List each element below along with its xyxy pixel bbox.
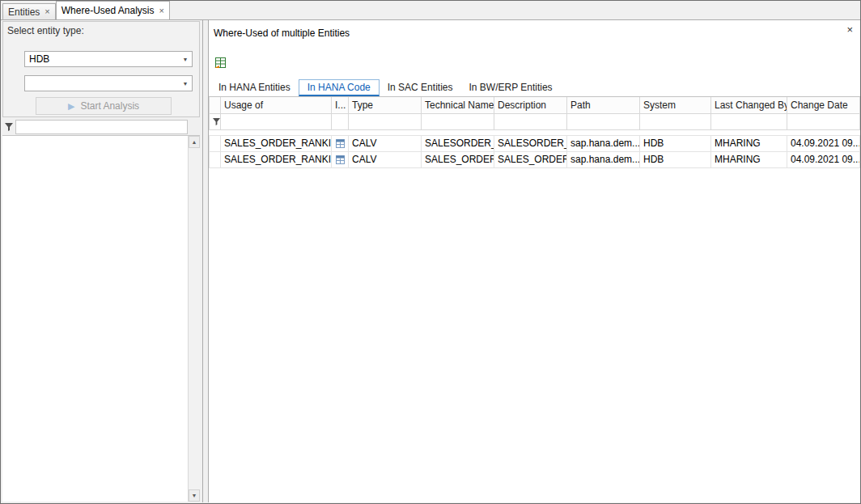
filter-cell-path[interactable] xyxy=(567,113,640,129)
cell-type[interactable]: CALV xyxy=(349,151,422,167)
entity-type-combo[interactable]: HDB ▼ xyxy=(24,51,193,67)
filter-row-indicator xyxy=(210,113,221,129)
group-title: Select entity type: xyxy=(7,25,84,36)
row-indicator-header xyxy=(210,97,221,113)
entity-type-value: HDB xyxy=(29,53,179,65)
scroll-down-icon[interactable]: ▼ xyxy=(189,489,200,502)
cell-icon xyxy=(332,135,349,151)
tab-where-used-analysis-label: Where-Used Analysis xyxy=(62,5,155,16)
row-indicator xyxy=(210,135,221,151)
filter-cell-technical-name[interactable] xyxy=(422,113,494,129)
tab-in-hana-code[interactable]: In HANA Code xyxy=(299,79,380,96)
filter-cell-type[interactable] xyxy=(349,113,422,129)
results-grid: Usage of I... Type Technical Name Descri… xyxy=(209,96,860,502)
result-tab-strip: In HANA Entities In HANA Code In SAC Ent… xyxy=(210,78,860,96)
grid-header-row: Usage of I... Type Technical Name Descri… xyxy=(210,97,860,113)
cell-system[interactable]: HDB xyxy=(640,135,711,151)
entity-grid-icon xyxy=(335,138,346,149)
vertical-scrollbar[interactable]: ▲ ▼ xyxy=(188,136,200,502)
cell-technical-name[interactable]: SALES_ORDER... xyxy=(422,151,494,167)
filter-cell-icon[interactable] xyxy=(332,113,349,129)
tab-entities[interactable]: Entities × xyxy=(2,3,56,19)
grid-spacer xyxy=(210,129,860,135)
auto-filter-row xyxy=(210,113,860,129)
column-header-last-changed-by[interactable]: Last Changed By xyxy=(711,97,787,113)
entity-list-column-header[interactable] xyxy=(15,120,188,134)
tab-where-used-analysis[interactable]: Where-Used Analysis × xyxy=(56,1,170,19)
tab-in-bw-erp-entities[interactable]: In BW/ERP Entities xyxy=(460,79,560,96)
cell-technical-name[interactable]: SALESORDER_... xyxy=(422,135,494,151)
cell-path[interactable]: sap.hana.dem... xyxy=(567,151,640,167)
cell-path[interactable]: sap.hana.dem... xyxy=(567,135,640,151)
entity-list-header xyxy=(2,119,200,135)
analysis-setup-panel: Select entity type: HDB ▼ ▼ ▶ Start Anal… xyxy=(1,20,203,502)
row-indicator xyxy=(210,151,221,167)
column-header-technical-name[interactable]: Technical Name xyxy=(422,97,494,113)
entity-list[interactable]: ▲ ▼ xyxy=(2,135,200,502)
app-window: Entities × Where-Used Analysis × Select … xyxy=(0,0,861,504)
start-analysis-button[interactable]: ▶ Start Analysis xyxy=(36,97,172,115)
cell-description[interactable]: SALES_ORDER... xyxy=(494,151,567,167)
filter-icon[interactable] xyxy=(2,123,15,131)
close-icon[interactable]: × xyxy=(45,7,49,16)
cell-system[interactable]: HDB xyxy=(640,151,711,167)
close-icon[interactable]: × xyxy=(159,6,164,15)
filter-cell-change-date[interactable] xyxy=(787,113,860,129)
funnel-icon xyxy=(213,118,220,125)
table-row[interactable]: SALES_ORDER_RANKING CALV SALESORDER_... xyxy=(210,135,860,151)
cell-usage-of[interactable]: SALES_ORDER_RANKING xyxy=(221,151,332,167)
column-header-type[interactable]: Type xyxy=(349,97,422,113)
where-used-results-panel: × Where-Used of multiple Entities In HAN… xyxy=(208,20,860,502)
cell-icon xyxy=(332,151,349,167)
tab-in-sac-entities[interactable]: In SAC Entities xyxy=(380,79,461,96)
column-header-change-date[interactable]: Change Date xyxy=(787,97,860,113)
column-header-icon[interactable]: I... xyxy=(332,97,349,113)
export-grid-icon xyxy=(214,57,227,70)
document-tab-bar: Entities × Where-Used Analysis × xyxy=(1,1,860,20)
column-header-path[interactable]: Path xyxy=(567,97,640,113)
cell-type[interactable]: CALV xyxy=(349,135,422,151)
funnel-icon xyxy=(5,123,13,131)
filter-cell-usage-of[interactable] xyxy=(221,113,332,129)
close-icon[interactable]: × xyxy=(846,23,853,36)
cell-change-date[interactable]: 04.09.2021 09... xyxy=(787,151,860,167)
start-analysis-label: Start Analysis xyxy=(80,100,139,112)
play-icon: ▶ xyxy=(68,102,74,111)
filter-cell-description[interactable] xyxy=(494,113,567,129)
table-row[interactable]: SALES_ORDER_RANKING CALV SALES_ORDER... xyxy=(210,151,860,167)
scroll-up-icon[interactable]: ▲ xyxy=(189,136,200,148)
cell-usage-of[interactable]: SALES_ORDER_RANKING xyxy=(221,135,332,151)
column-header-usage-of[interactable]: Usage of xyxy=(221,97,332,113)
cell-last-changed-by[interactable]: MHARING xyxy=(711,151,787,167)
cell-change-date[interactable]: 04.09.2021 09... xyxy=(787,135,860,151)
chevron-down-icon[interactable]: ▼ xyxy=(179,81,192,87)
cell-last-changed-by[interactable]: MHARING xyxy=(711,135,787,151)
chevron-down-icon[interactable]: ▼ xyxy=(179,57,192,62)
cell-description[interactable]: SALESORDER_... xyxy=(494,135,567,151)
page-title: Where-Used of multiple Entities xyxy=(214,28,350,39)
tab-entities-label: Entities xyxy=(8,6,40,18)
entity-grid-icon xyxy=(335,155,346,165)
tab-in-hana-entities[interactable]: In HANA Entities xyxy=(210,79,299,96)
column-header-description[interactable]: Description xyxy=(494,97,567,113)
filter-cell-last-changed-by[interactable] xyxy=(711,113,787,129)
filter-cell-system[interactable] xyxy=(640,113,711,129)
export-to-excel-button[interactable] xyxy=(213,56,227,70)
select-entity-type-group: Select entity type: HDB ▼ ▼ ▶ Start Anal… xyxy=(2,21,200,117)
entity-combo[interactable]: ▼ xyxy=(24,75,193,91)
column-header-system[interactable]: System xyxy=(640,97,711,113)
